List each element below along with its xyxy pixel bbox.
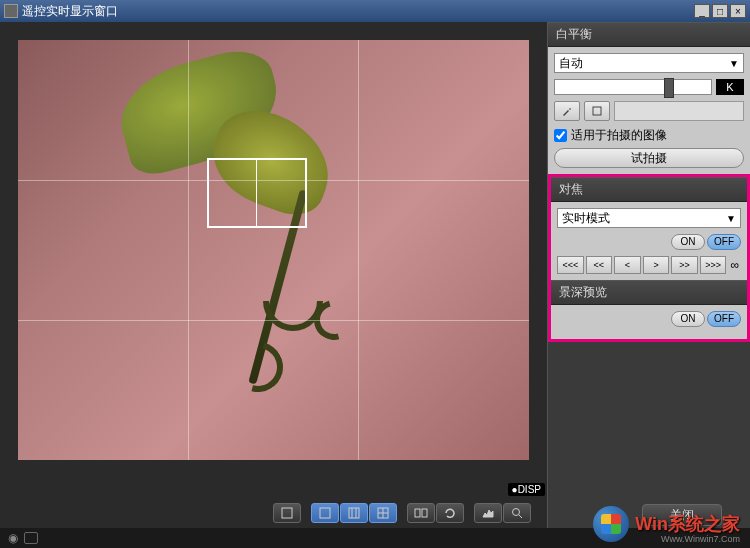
wb-panel: 自动 ▼ K 适用于拍摄的图像 试拍摄 [548, 47, 750, 174]
af-off-button[interactable]: OFF [707, 234, 741, 250]
titlebar: 遥控实时显示窗口 _ □ × [0, 0, 750, 22]
main-area: ●DISP 白平衡 自动 ▼ [0, 22, 750, 528]
app-icon [4, 4, 18, 18]
grid-line [358, 40, 359, 460]
aspect-button[interactable] [407, 503, 435, 523]
viewport-toolbar [0, 498, 547, 528]
svg-point-10 [513, 509, 520, 516]
svg-line-11 [519, 515, 522, 518]
focus-near-1[interactable]: < [614, 256, 641, 274]
watermark: Win系统之家 Www.Winwin7.Com [593, 506, 740, 542]
wb-adjust-button[interactable] [584, 101, 610, 121]
dof-header: 景深预览 [551, 280, 747, 305]
af-mode-select[interactable]: 实时模式 ▼ [557, 208, 741, 228]
wb-apply-label: 适用于拍摄的图像 [571, 127, 667, 144]
grid-none-button[interactable] [311, 503, 339, 523]
grid-fine-button[interactable] [369, 503, 397, 523]
focus-header: 对焦 [551, 177, 747, 202]
wb-temp-slider[interactable] [554, 79, 712, 95]
grid-line [18, 320, 529, 321]
focus-near-3[interactable]: <<< [557, 256, 584, 274]
wb-apply-input[interactable] [554, 129, 567, 142]
af-onoff-group: ON OFF [557, 234, 741, 250]
right-panel: 白平衡 自动 ▼ K 适用于拍摄的图像 试拍摄 [547, 22, 750, 528]
focus-far-3[interactable]: >>> [700, 256, 727, 274]
disp-badge[interactable]: ●DISP [508, 483, 545, 496]
wb-apply-checkbox[interactable]: 适用于拍摄的图像 [554, 127, 744, 144]
svg-rect-9 [422, 509, 427, 517]
svg-rect-12 [593, 107, 601, 115]
dof-on-button[interactable]: ON [671, 311, 705, 327]
dof-off-button[interactable]: OFF [707, 311, 741, 327]
minimize-button[interactable]: _ [694, 4, 710, 18]
highlighted-section: 对焦 实时模式 ▼ ON OFF <<< << < > >> >>> ∞ [548, 174, 750, 342]
subject-tendril [223, 333, 291, 401]
wb-header: 白平衡 [548, 22, 750, 47]
slider-thumb[interactable] [664, 78, 674, 98]
dof-panel: ON OFF [551, 305, 747, 339]
watermark-url: Www.Winwin7.Com [661, 534, 740, 544]
grid-line [188, 40, 189, 460]
close-window-button[interactable]: × [730, 4, 746, 18]
grid-thirds-button[interactable] [340, 503, 368, 523]
status-camera-icon [24, 532, 38, 544]
af-mode-value: 实时模式 [562, 210, 610, 227]
kelvin-badge: K [716, 79, 744, 95]
infinity-icon: ∞ [728, 258, 741, 272]
wb-eyedropper-button[interactable] [554, 101, 580, 121]
record-icon: ◉ [8, 531, 18, 545]
wb-mode-value: 自动 [559, 55, 583, 72]
svg-rect-8 [415, 509, 420, 517]
zoom-button[interactable] [503, 503, 531, 523]
focus-far-2[interactable]: >> [671, 256, 698, 274]
watermark-text: Win系统之家 [635, 512, 740, 536]
focus-near-2[interactable]: << [586, 256, 613, 274]
fit-window-button[interactable] [273, 503, 301, 523]
wb-mode-select[interactable]: 自动 ▼ [554, 53, 744, 73]
focus-step-group: <<< << < > >> >>> ∞ [557, 256, 741, 274]
focus-far-1[interactable]: > [643, 256, 670, 274]
chevron-down-icon: ▼ [726, 213, 736, 224]
wb-value-field[interactable] [614, 101, 744, 121]
svg-rect-1 [320, 508, 330, 518]
live-image [18, 40, 529, 460]
focus-panel: 实时模式 ▼ ON OFF <<< << < > >> >>> ∞ [551, 202, 747, 280]
test-shoot-button[interactable]: 试拍摄 [554, 148, 744, 168]
histogram-button[interactable] [474, 503, 502, 523]
chevron-down-icon: ▼ [729, 58, 739, 69]
windows-logo-icon [593, 506, 629, 542]
maximize-button[interactable]: □ [712, 4, 728, 18]
live-viewport[interactable]: ●DISP [0, 22, 547, 498]
af-on-button[interactable]: ON [671, 234, 705, 250]
window-title: 遥控实时显示窗口 [22, 3, 692, 20]
focus-frame-inner [207, 158, 257, 228]
svg-rect-2 [349, 508, 359, 518]
rotate-button[interactable] [436, 503, 464, 523]
svg-rect-0 [282, 508, 292, 518]
dof-onoff-group: ON OFF [557, 311, 741, 327]
left-pane: ●DISP [0, 22, 547, 528]
